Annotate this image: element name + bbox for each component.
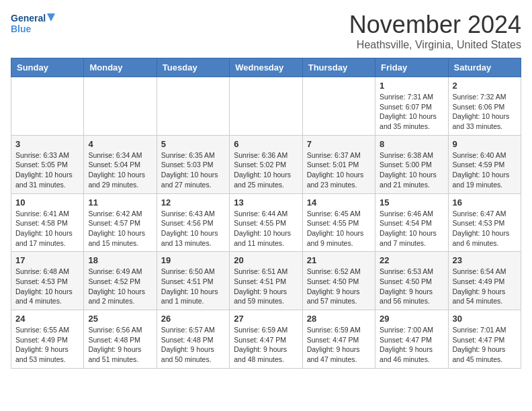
svg-marker-2 bbox=[47, 13, 55, 21]
day-number: 6 bbox=[234, 139, 298, 149]
day-info: Sunrise: 6:53 AM Sunset: 4:50 PM Dayligh… bbox=[380, 267, 443, 306]
day-number: 15 bbox=[380, 197, 443, 208]
day-info: Sunrise: 6:52 AM Sunset: 4:50 PM Dayligh… bbox=[307, 267, 371, 306]
day-info: Sunrise: 6:46 AM Sunset: 4:54 PM Dayligh… bbox=[380, 209, 443, 248]
day-number: 10 bbox=[15, 197, 79, 208]
calendar-cell: 5Sunrise: 6:35 AM Sunset: 5:03 PM Daylig… bbox=[157, 135, 229, 193]
day-info: Sunrise: 6:43 AM Sunset: 4:56 PM Dayligh… bbox=[161, 209, 225, 248]
calendar-week-row: 17Sunrise: 6:48 AM Sunset: 4:53 PM Dayli… bbox=[11, 252, 521, 310]
day-number: 21 bbox=[307, 255, 371, 265]
logo: General Blue bbox=[11, 11, 58, 39]
location: Heathsville, Virginia, United States bbox=[349, 39, 521, 51]
day-number: 17 bbox=[15, 255, 79, 265]
day-number: 18 bbox=[88, 255, 152, 265]
calendar-cell: 9Sunrise: 6:40 AM Sunset: 4:59 PM Daylig… bbox=[448, 135, 521, 193]
day-info: Sunrise: 6:51 AM Sunset: 4:51 PM Dayligh… bbox=[234, 267, 298, 306]
day-info: Sunrise: 6:44 AM Sunset: 4:55 PM Dayligh… bbox=[234, 209, 298, 248]
day-number: 26 bbox=[161, 314, 225, 324]
day-number: 8 bbox=[380, 139, 443, 149]
calendar-cell: 19Sunrise: 6:50 AM Sunset: 4:51 PM Dayli… bbox=[157, 252, 229, 310]
day-number: 27 bbox=[234, 314, 298, 324]
day-number: 11 bbox=[88, 197, 152, 208]
day-info: Sunrise: 6:55 AM Sunset: 4:49 PM Dayligh… bbox=[15, 325, 79, 365]
day-number: 9 bbox=[453, 139, 517, 149]
calendar-cell bbox=[230, 77, 302, 136]
calendar-week-row: 24Sunrise: 6:55 AM Sunset: 4:49 PM Dayli… bbox=[11, 310, 521, 369]
month-title: November 2024 bbox=[349, 11, 521, 39]
day-number: 14 bbox=[307, 197, 371, 208]
calendar-cell: 11Sunrise: 6:42 AM Sunset: 4:57 PM Dayli… bbox=[84, 193, 157, 252]
day-number: 7 bbox=[307, 139, 371, 149]
day-info: Sunrise: 6:54 AM Sunset: 4:49 PM Dayligh… bbox=[453, 267, 517, 306]
logo-svg: General Blue bbox=[11, 11, 58, 39]
day-info: Sunrise: 6:59 AM Sunset: 4:47 PM Dayligh… bbox=[307, 325, 371, 365]
svg-text:Blue: Blue bbox=[11, 24, 32, 34]
calendar-cell: 1Sunrise: 7:31 AM Sunset: 6:07 PM Daylig… bbox=[375, 77, 448, 136]
calendar-cell: 16Sunrise: 6:47 AM Sunset: 4:53 PM Dayli… bbox=[448, 193, 521, 252]
title-section: November 2024 Heathsville, Virginia, Uni… bbox=[349, 11, 521, 51]
calendar-cell: 24Sunrise: 6:55 AM Sunset: 4:49 PM Dayli… bbox=[11, 310, 84, 369]
calendar-cell: 28Sunrise: 6:59 AM Sunset: 4:47 PM Dayli… bbox=[302, 310, 375, 369]
day-number: 13 bbox=[234, 197, 298, 208]
day-info: Sunrise: 7:00 AM Sunset: 4:47 PM Dayligh… bbox=[380, 325, 443, 365]
calendar-cell: 10Sunrise: 6:41 AM Sunset: 4:58 PM Dayli… bbox=[11, 193, 84, 252]
day-info: Sunrise: 7:31 AM Sunset: 6:07 PM Dayligh… bbox=[380, 92, 443, 132]
day-info: Sunrise: 6:48 AM Sunset: 4:53 PM Dayligh… bbox=[15, 267, 79, 306]
day-number: 30 bbox=[453, 314, 517, 324]
day-info: Sunrise: 6:35 AM Sunset: 5:03 PM Dayligh… bbox=[161, 150, 225, 190]
calendar-week-row: 1Sunrise: 7:31 AM Sunset: 6:07 PM Daylig… bbox=[11, 77, 521, 136]
calendar-cell: 3Sunrise: 6:33 AM Sunset: 5:05 PM Daylig… bbox=[11, 135, 84, 193]
day-number: 5 bbox=[161, 139, 225, 149]
calendar-cell: 7Sunrise: 6:37 AM Sunset: 5:01 PM Daylig… bbox=[302, 135, 375, 193]
day-number: 25 bbox=[88, 314, 152, 324]
calendar-day-header: Saturday bbox=[448, 58, 521, 77]
page-header: General Blue November 2024 Heathsville, … bbox=[11, 11, 521, 51]
day-info: Sunrise: 6:47 AM Sunset: 4:53 PM Dayligh… bbox=[453, 209, 517, 248]
calendar-cell: 17Sunrise: 6:48 AM Sunset: 4:53 PM Dayli… bbox=[11, 252, 84, 310]
calendar-day-header: Monday bbox=[84, 58, 157, 77]
day-number: 19 bbox=[161, 255, 225, 265]
day-info: Sunrise: 6:50 AM Sunset: 4:51 PM Dayligh… bbox=[161, 267, 225, 306]
day-info: Sunrise: 6:56 AM Sunset: 4:48 PM Dayligh… bbox=[88, 325, 152, 365]
day-info: Sunrise: 6:41 AM Sunset: 4:58 PM Dayligh… bbox=[15, 209, 79, 248]
calendar-cell: 23Sunrise: 6:54 AM Sunset: 4:49 PM Dayli… bbox=[448, 252, 521, 310]
day-info: Sunrise: 6:33 AM Sunset: 5:05 PM Dayligh… bbox=[15, 150, 79, 190]
day-number: 29 bbox=[380, 314, 443, 324]
calendar-header-row: SundayMondayTuesdayWednesdayThursdayFrid… bbox=[11, 58, 521, 77]
day-number: 2 bbox=[453, 81, 517, 91]
day-number: 3 bbox=[15, 139, 79, 149]
calendar-cell: 4Sunrise: 6:34 AM Sunset: 5:04 PM Daylig… bbox=[84, 135, 157, 193]
day-info: Sunrise: 6:42 AM Sunset: 4:57 PM Dayligh… bbox=[88, 209, 152, 248]
calendar-day-header: Tuesday bbox=[157, 58, 229, 77]
calendar-cell: 25Sunrise: 6:56 AM Sunset: 4:48 PM Dayli… bbox=[84, 310, 157, 369]
calendar-cell bbox=[84, 77, 157, 136]
day-info: Sunrise: 6:37 AM Sunset: 5:01 PM Dayligh… bbox=[307, 150, 371, 190]
day-number: 12 bbox=[161, 197, 225, 208]
calendar-week-row: 10Sunrise: 6:41 AM Sunset: 4:58 PM Dayli… bbox=[11, 193, 521, 252]
calendar-cell: 29Sunrise: 7:00 AM Sunset: 4:47 PM Dayli… bbox=[375, 310, 448, 369]
calendar-cell: 15Sunrise: 6:46 AM Sunset: 4:54 PM Dayli… bbox=[375, 193, 448, 252]
calendar-cell: 8Sunrise: 6:38 AM Sunset: 5:00 PM Daylig… bbox=[375, 135, 448, 193]
calendar-cell bbox=[302, 77, 375, 136]
day-info: Sunrise: 7:01 AM Sunset: 4:47 PM Dayligh… bbox=[453, 325, 517, 365]
day-info: Sunrise: 6:36 AM Sunset: 5:02 PM Dayligh… bbox=[234, 150, 298, 190]
calendar-day-header: Thursday bbox=[302, 58, 375, 77]
day-info: Sunrise: 7:32 AM Sunset: 6:06 PM Dayligh… bbox=[453, 92, 517, 132]
calendar-cell: 12Sunrise: 6:43 AM Sunset: 4:56 PM Dayli… bbox=[157, 193, 229, 252]
calendar-cell: 14Sunrise: 6:45 AM Sunset: 4:55 PM Dayli… bbox=[302, 193, 375, 252]
day-number: 4 bbox=[88, 139, 152, 149]
calendar-cell: 6Sunrise: 6:36 AM Sunset: 5:02 PM Daylig… bbox=[230, 135, 302, 193]
day-number: 16 bbox=[453, 197, 517, 208]
calendar-cell: 20Sunrise: 6:51 AM Sunset: 4:51 PM Dayli… bbox=[230, 252, 302, 310]
calendar-cell: 30Sunrise: 7:01 AM Sunset: 4:47 PM Dayli… bbox=[448, 310, 521, 369]
day-number: 24 bbox=[15, 314, 79, 324]
day-info: Sunrise: 6:49 AM Sunset: 4:52 PM Dayligh… bbox=[88, 267, 152, 306]
calendar-day-header: Sunday bbox=[11, 58, 84, 77]
day-number: 1 bbox=[380, 81, 443, 91]
calendar-table: SundayMondayTuesdayWednesdayThursdayFrid… bbox=[11, 58, 521, 369]
calendar-cell: 21Sunrise: 6:52 AM Sunset: 4:50 PM Dayli… bbox=[302, 252, 375, 310]
day-info: Sunrise: 6:38 AM Sunset: 5:00 PM Dayligh… bbox=[380, 150, 443, 190]
svg-text:General: General bbox=[11, 13, 46, 24]
day-info: Sunrise: 6:40 AM Sunset: 4:59 PM Dayligh… bbox=[453, 150, 517, 190]
day-number: 28 bbox=[307, 314, 371, 324]
